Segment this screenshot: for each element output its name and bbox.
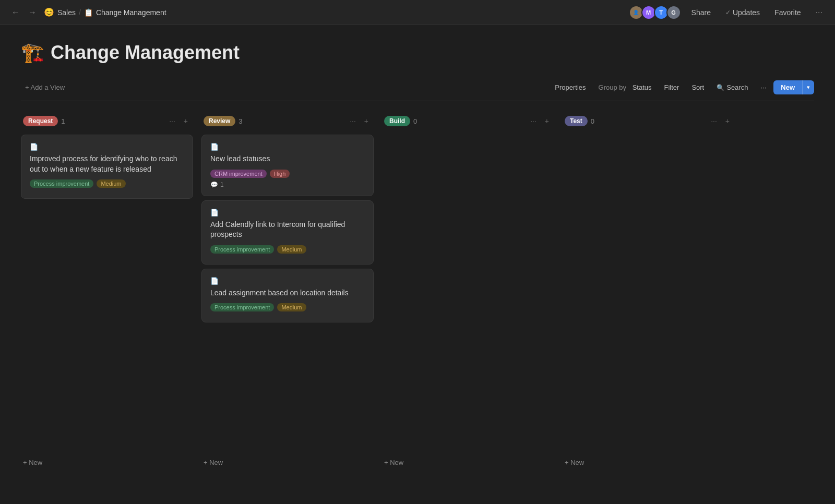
card-tags-card-4: Process improvementMedium [210,303,365,311]
column-add-build[interactable]: + [542,116,552,126]
share-button[interactable]: Share [687,6,715,19]
back-button[interactable]: ← [8,6,23,19]
card-tags-card-1: Process improvementMedium [30,179,184,188]
properties-label: Properties [555,83,586,91]
card-doc-icon-card-3: 📄 [210,209,219,217]
card-title-card-1: Improved process for identifying who to … [30,154,184,174]
add-new-button-test[interactable]: + New [563,455,735,470]
card-title-card-2: New lead statuses [210,154,365,164]
column-add-test[interactable]: + [722,116,733,126]
card-tag-card-4-0: Process improvement [210,303,274,311]
user-avatars: 👤 M T G [629,5,681,20]
new-dropdown-button[interactable]: ▾ [802,80,814,94]
new-dropdown-icon: ▾ [807,84,810,90]
card-tags-card-2: CRM improvementHigh [210,170,365,178]
search-icon: 🔍 [717,84,724,91]
filter-label: Filter [664,83,679,91]
column-header-review: Review3···+ [201,112,374,130]
card-card-4[interactable]: 📄Lead assignment based on location detai… [201,269,374,323]
new-label: New [781,83,795,91]
card-tag-card-2-0: CRM improvement [210,170,267,178]
column-count-review: 3 [238,117,343,125]
card-doc-icon-card-1: 📄 [30,143,38,151]
updates-label: Updates [733,8,760,17]
card-doc-icon-card-2: 📄 [210,143,219,151]
status-badge-review: Review [204,116,235,126]
column-request: Request1···+📄Improved process for identi… [21,112,193,470]
favorite-label: Favorite [774,8,801,17]
page-title-row: 🏗️ Change Management [21,42,814,64]
add-new-button-review[interactable]: + New [201,455,374,470]
column-review: Review3···+📄New lead statusesCRM improve… [201,112,374,470]
card-tag-card-2-1: High [270,170,290,178]
column-actions-build: ···+ [527,116,552,126]
group-by-prefix: Group by [599,83,626,91]
add-view-button[interactable]: + Add a View [21,81,69,93]
column-cards-test [563,135,735,453]
new-main-button[interactable]: New [773,80,802,94]
new-button-group: New ▾ [773,80,814,94]
column-cards-build [382,135,554,453]
add-view-label: + Add a View [25,83,65,91]
card-title-card-3: Add Calendly link to Intercom for qualif… [210,220,365,240]
share-label: Share [691,8,711,17]
card-card-3[interactable]: 📄Add Calendly link to Intercom for quali… [201,200,374,265]
sort-button[interactable]: Sort [686,81,709,94]
top-nav: ← → 😊 Sales / 📋 Change Management 👤 M T … [0,0,835,25]
avatar-user4[interactable]: G [666,5,681,20]
page-content: 🏗️ Change Management + Add a View Proper… [0,25,835,470]
add-new-button-request[interactable]: + New [21,455,193,470]
toolbar-more-icon: ··· [760,83,766,91]
column-more-review[interactable]: ··· [347,116,359,126]
card-tag-card-4-1: Medium [277,303,306,311]
breadcrumb-current-page[interactable]: Change Management [96,8,166,17]
column-actions-test: ···+ [708,116,733,126]
toolbar: + Add a View Properties Group by Status … [21,80,814,101]
updates-check-icon: ✓ [725,9,731,16]
search-button[interactable]: 🔍 Search [711,81,753,94]
page-title: Change Management [51,42,240,64]
comment-icon: 💬 [210,181,218,188]
column-actions-request: ···+ [166,116,191,126]
add-new-button-build[interactable]: + New [382,455,554,470]
kanban-board: Request1···+📄Improved process for identi… [21,112,814,470]
group-by-button[interactable]: Group by Status [593,81,657,94]
card-tag-card-3-1: Medium [277,245,306,254]
column-add-review[interactable]: + [361,116,372,126]
breadcrumb-emoji: 😊 [44,7,54,17]
card-tag-card-3-0: Process improvement [210,245,274,254]
column-count-build: 0 [413,117,524,125]
breadcrumb-separator: / [79,8,81,17]
filter-button[interactable]: Filter [659,81,684,94]
sort-label: Sort [691,83,704,91]
toolbar-more-button[interactable]: ··· [755,81,771,94]
breadcrumb-board-icon: 📋 [84,8,93,17]
toolbar-right: Properties Group by Status Filter Sort 🔍… [550,80,814,94]
column-count-request: 1 [61,117,163,125]
breadcrumb: 😊 Sales / 📋 Change Management [44,7,625,17]
search-label: Search [726,83,748,91]
column-more-request[interactable]: ··· [166,116,178,126]
column-count-test: 0 [591,117,705,125]
more-options-button[interactable]: ··· [812,6,827,19]
column-build: Build0···++ New [382,112,554,470]
column-header-test: Test0···+ [563,112,735,130]
column-more-build[interactable]: ··· [527,116,540,126]
column-add-request[interactable]: + [181,116,191,126]
status-badge-request: Request [23,116,58,126]
toolbar-left: + Add a View [21,81,547,93]
favorite-button[interactable]: Favorite [770,6,805,19]
card-tag-card-1-1: Medium [97,179,125,188]
card-card-1[interactable]: 📄Improved process for identifying who to… [21,135,193,199]
column-cards-review: 📄New lead statusesCRM improvementHigh💬 1… [201,135,374,453]
column-header-request: Request1···+ [21,112,193,130]
nav-right: 👤 M T G Share ✓ Updates Favorite ··· [629,5,827,20]
card-comments-card-2: 💬 1 [210,181,365,188]
card-tags-card-3: Process improvementMedium [210,245,365,254]
updates-button[interactable]: ✓ Updates [721,6,764,19]
card-card-2[interactable]: 📄New lead statusesCRM improvementHigh💬 1 [201,135,374,196]
forward-button[interactable]: → [25,6,40,19]
column-more-test[interactable]: ··· [708,116,720,126]
properties-button[interactable]: Properties [550,81,591,94]
breadcrumb-parent[interactable]: Sales [57,8,76,17]
